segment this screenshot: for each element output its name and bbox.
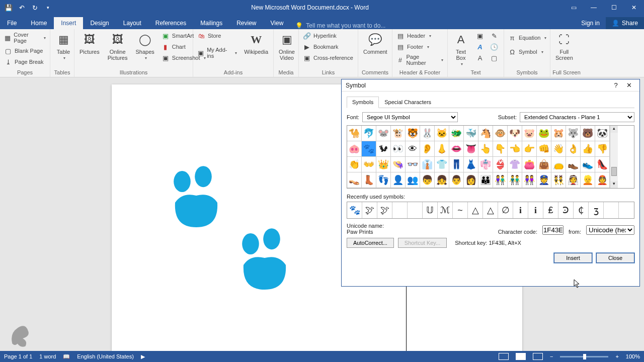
symbol-cell[interactable]: 🐲 bbox=[449, 126, 464, 141]
status-language[interactable]: English (United States) bbox=[77, 353, 134, 359]
symbol-cell[interactable]: 👰 bbox=[566, 172, 581, 188]
symbol-cell[interactable]: 👓 bbox=[406, 157, 420, 172]
symbol-cell[interactable]: 👅 bbox=[464, 141, 478, 157]
font-select[interactable]: Segoe UI Symbol bbox=[362, 112, 458, 122]
tab-symbols[interactable]: Symbols bbox=[347, 97, 379, 108]
symbol-cell[interactable]: 👛 bbox=[522, 157, 537, 172]
redo-icon[interactable]: ↻ bbox=[29, 2, 40, 13]
zoom-out-icon[interactable]: − bbox=[550, 353, 553, 359]
recent-symbol-cell[interactable]: Ͽ bbox=[558, 202, 574, 218]
pictures-button[interactable]: 🖼Pictures bbox=[76, 31, 103, 56]
crossref-button[interactable]: ▣Cross-reference bbox=[301, 53, 355, 63]
symbol-cell[interactable]: 👙 bbox=[493, 157, 508, 172]
tab-design[interactable]: Design bbox=[83, 17, 116, 29]
maximize-icon[interactable]: ☐ bbox=[604, 0, 624, 15]
symbol-cell[interactable]: 👁 bbox=[406, 141, 420, 157]
online-pictures-button[interactable]: 🖼Online Pictures bbox=[105, 31, 131, 62]
symbol-cell[interactable]: 🐰 bbox=[420, 126, 435, 141]
symbol-cell[interactable]: 👱 bbox=[581, 172, 595, 188]
undo-icon[interactable]: ↶ bbox=[16, 2, 27, 13]
symbol-cell[interactable]: 🐱 bbox=[435, 126, 449, 141]
footer-button[interactable]: ▤Footer bbox=[394, 42, 445, 52]
symbol-cell[interactable]: 👆 bbox=[478, 141, 493, 157]
page-break-button[interactable]: ⤓Page Break bbox=[2, 57, 48, 67]
tab-special-chars[interactable]: Special Characters bbox=[379, 97, 437, 108]
symbol-cell[interactable]: 👎 bbox=[595, 141, 610, 157]
symbol-cell[interactable]: 🐮 bbox=[391, 126, 406, 141]
status-words[interactable]: 1 word bbox=[39, 353, 56, 359]
recent-symbol-cell[interactable]: △ bbox=[483, 202, 498, 218]
spellcheck-icon[interactable]: 📖 bbox=[63, 353, 70, 360]
recent-symbol-cell[interactable]: ₤ bbox=[543, 202, 558, 218]
recent-symbol-cell[interactable] bbox=[392, 202, 408, 218]
recent-symbol-cell[interactable]: 𝕌 bbox=[423, 202, 438, 218]
symbol-cell[interactable]: 👠 bbox=[595, 157, 610, 172]
symbol-cell[interactable]: 👃 bbox=[435, 141, 449, 157]
symbol-cell[interactable]: 👈 bbox=[508, 141, 522, 157]
minimize-icon[interactable]: — bbox=[584, 0, 604, 15]
symbol-cell[interactable]: 🐬 bbox=[362, 126, 376, 141]
charcode-input[interactable] bbox=[542, 225, 564, 235]
save-icon[interactable]: 💾 bbox=[3, 2, 14, 13]
recent-symbol-cell[interactable]: 𝐢 bbox=[513, 202, 528, 218]
qat-caret-icon[interactable]: ▾ bbox=[42, 2, 53, 13]
symbol-cell[interactable]: 👕 bbox=[435, 157, 449, 172]
symbol-cell[interactable]: 🐷 bbox=[522, 126, 537, 141]
recent-symbol-cell[interactable]: 🕊 bbox=[362, 202, 377, 218]
share-button[interactable]: 👤Share bbox=[606, 17, 644, 29]
from-select[interactable]: Unicode (hex) bbox=[586, 225, 634, 235]
symbol-cell[interactable]: 🐹 bbox=[551, 126, 566, 141]
tab-insert[interactable]: Insert bbox=[54, 17, 83, 29]
symbol-cell[interactable]: 👑 bbox=[376, 157, 391, 172]
recent-symbol-cell[interactable]: ӡ bbox=[589, 202, 604, 218]
object-button[interactable]: ▢ bbox=[488, 53, 500, 63]
status-page[interactable]: Page 1 of 1 bbox=[4, 353, 32, 359]
symbol-cell[interactable]: 👞 bbox=[566, 157, 581, 172]
symbol-cell[interactable]: 👚 bbox=[508, 157, 522, 172]
symbol-cell[interactable]: 👒 bbox=[391, 157, 406, 172]
symbol-cell[interactable]: 👗 bbox=[464, 157, 478, 172]
symbol-cell[interactable]: 👨 bbox=[449, 172, 464, 188]
recent-symbol-cell[interactable]: △ bbox=[468, 202, 483, 218]
symbol-cell[interactable]: 🐽 bbox=[347, 141, 362, 157]
shapes-button[interactable]: ◯Shapes bbox=[133, 31, 157, 61]
close-button[interactable]: Close bbox=[596, 253, 634, 263]
symbol-cell[interactable]: 👍 bbox=[581, 141, 595, 157]
symbol-cell[interactable]: 🐻 bbox=[581, 126, 595, 141]
symbol-cell[interactable]: 👖 bbox=[449, 157, 464, 172]
symbol-cell[interactable]: 🐴 bbox=[478, 126, 493, 141]
symbol-cell[interactable]: 👪 bbox=[478, 172, 493, 188]
symbol-cell[interactable]: 👧 bbox=[435, 172, 449, 188]
tab-layout[interactable]: Layout bbox=[116, 17, 148, 29]
symbol-cell[interactable]: 👀 bbox=[391, 141, 406, 157]
wikipedia-button[interactable]: WWikipedia bbox=[241, 31, 271, 56]
page-number-button[interactable]: #Page Number bbox=[394, 53, 445, 67]
symbol-cell[interactable]: 👫 bbox=[493, 172, 508, 188]
symbol-cell[interactable]: 👋 bbox=[551, 141, 566, 157]
symbol-cell[interactable]: 👉 bbox=[522, 141, 537, 157]
wordart-button[interactable]: A bbox=[474, 42, 486, 52]
symbol-cell[interactable]: 👌 bbox=[566, 141, 581, 157]
zoom-slider[interactable] bbox=[560, 356, 608, 357]
symbol-cell[interactable]: 👔 bbox=[420, 157, 435, 172]
tab-references[interactable]: References bbox=[148, 17, 193, 29]
symbol-cell[interactable]: 🐾 bbox=[362, 141, 376, 157]
dialog-close-icon[interactable]: ✕ bbox=[622, 81, 635, 89]
tab-mailings[interactable]: Mailings bbox=[193, 17, 229, 29]
recent-symbol-cell[interactable] bbox=[604, 202, 619, 218]
symbol-cell[interactable]: 🐳 bbox=[464, 126, 478, 141]
symbol-cell[interactable]: 🐼 bbox=[595, 126, 610, 141]
scroll-thumb[interactable] bbox=[611, 167, 617, 176]
symbol-cell[interactable]: 👭 bbox=[522, 172, 537, 188]
recent-symbol-cell[interactable]: ℳ bbox=[438, 202, 453, 218]
symbol-cell[interactable]: 🐺 bbox=[566, 126, 581, 141]
cover-page-button[interactable]: ▦Cover Page bbox=[2, 31, 48, 45]
bookmark-button[interactable]: ▶Bookmark bbox=[301, 42, 355, 52]
symbol-cell[interactable]: 👄 bbox=[449, 141, 464, 157]
macro-icon[interactable]: ▶ bbox=[141, 353, 145, 360]
tab-home[interactable]: Home bbox=[24, 17, 54, 29]
symbol-cell[interactable]: 👡 bbox=[347, 172, 362, 188]
symbol-scrollbar[interactable]: ▴ ▾ bbox=[610, 126, 618, 188]
autocorrect-button[interactable]: AutoCorrect... bbox=[347, 238, 394, 248]
tab-review[interactable]: Review bbox=[229, 17, 263, 29]
